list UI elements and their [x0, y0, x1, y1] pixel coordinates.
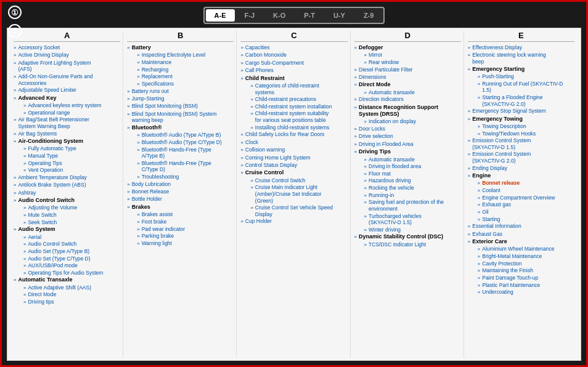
list-item[interactable]: »Running Out of Fuel (SKYACTIV-D1.5): [473, 81, 574, 94]
list-item[interactable]: »Emergency Stop Signal System: [468, 108, 574, 115]
list-item[interactable]: »Child-restraint system installation: [245, 103, 347, 110]
list-item[interactable]: »Brakes assist: [132, 211, 234, 218]
list-item[interactable]: »Body Lubrication: [127, 181, 234, 188]
list-item[interactable]: »Child-restraint precautions: [245, 96, 347, 103]
list-item[interactable]: »Clock: [240, 139, 347, 146]
list-item[interactable]: »Bluetooth® Audio (Type A/Type B): [132, 132, 234, 139]
list-item[interactable]: »Parking brake: [132, 233, 234, 240]
list-item[interactable]: »Dimensions: [354, 74, 461, 81]
list-item[interactable]: »Bluetooth® Hands-Free (TypeC/Type D): [132, 160, 234, 173]
list-item[interactable]: »Cruise Main Indicator Light(Amber)/Crui…: [245, 184, 347, 204]
list-item[interactable]: »Manual Type: [18, 153, 120, 159]
list-item[interactable]: »Mute Switch: [18, 212, 120, 219]
list-item[interactable]: »Adaptive Front Lighting System(AFS): [14, 60, 120, 73]
list-item[interactable]: »Seek Switch: [18, 219, 120, 226]
list-item[interactable]: »Air Bag/Seat Belt PretensionerSystem Wa…: [14, 116, 120, 129]
list-item[interactable]: »Coming Home Light System: [240, 155, 347, 161]
list-item[interactable]: »Ambient Temperature Display: [14, 174, 120, 181]
list-item[interactable]: »Audio Set (Type A/Type B): [18, 248, 120, 255]
list-item[interactable]: »Starting: [473, 216, 574, 223]
list-item[interactable]: »Indication on display: [359, 118, 461, 125]
list-item[interactable]: »Ending Display: [468, 165, 574, 172]
list-item[interactable]: »Fully Automatic Type: [18, 145, 120, 152]
list-item[interactable]: »Exhaust gas: [473, 201, 574, 208]
list-item[interactable]: »Installing child-restraint systems: [245, 124, 347, 131]
list-item[interactable]: »Door Locks: [354, 126, 461, 132]
list-item[interactable]: »Audio Set (Type C/Type D): [18, 256, 120, 262]
list-item[interactable]: »Floor mat: [359, 171, 461, 177]
list-item[interactable]: »TCS/DSC Indicator Light: [359, 241, 461, 248]
list-item[interactable]: »Categories of child-restraintsystems: [245, 83, 347, 95]
list-item[interactable]: »Cup Holder: [240, 218, 347, 225]
tab-z9[interactable]: Z-9: [355, 9, 383, 22]
list-item[interactable]: »Direction Indicators: [354, 96, 461, 103]
list-item[interactable]: »Adjustable Speed Limiter: [14, 87, 120, 94]
list-item[interactable]: »AUX/USB/iPod mode: [18, 262, 120, 269]
list-item[interactable]: »Aerial: [18, 234, 120, 241]
list-item[interactable]: »Vent Operation: [18, 167, 120, 174]
list-item[interactable]: »Automatic transaxle: [359, 89, 461, 96]
list-item[interactable]: »Turbocharged vehicles(SKYACTIV-D 1.5): [359, 213, 461, 226]
list-item[interactable]: »Emission Control System(SKYACTIV-D 1.5): [468, 137, 574, 150]
list-item[interactable]: »Specifications: [132, 81, 234, 87]
list-item[interactable]: »Bonnet Release: [127, 188, 234, 195]
list-item[interactable]: »Antilock Brake System (ABS): [14, 182, 120, 188]
list-item[interactable]: »Blind Spot Monitoring (BSM) Systemwarni…: [127, 111, 234, 124]
list-item[interactable]: »Oil: [473, 209, 574, 216]
list-item[interactable]: »Aluminium Wheel Maintenance: [473, 246, 574, 252]
list-item[interactable]: »Recharging: [132, 67, 234, 73]
list-item[interactable]: »Maintenance: [132, 59, 234, 66]
bonnet-release[interactable]: »Bonnet release: [473, 180, 574, 187]
list-item[interactable]: »Winter driving: [359, 227, 461, 233]
list-item[interactable]: »Battery runs out: [127, 88, 234, 95]
list-item[interactable]: »Cruise Control Set Vehicle SpeedDisplay: [245, 204, 347, 217]
list-item[interactable]: »Hazardous driving: [359, 177, 461, 184]
list-item[interactable]: »Engine Compartment Overview: [473, 195, 574, 201]
list-item[interactable]: »Control Status Display: [240, 162, 347, 169]
list-item[interactable]: »Inspecting Electrolyte Level: [132, 52, 234, 58]
list-item[interactable]: »Active Driving Display: [14, 52, 120, 58]
list-item[interactable]: »Exhaust Gas: [468, 231, 574, 238]
tab-ko[interactable]: K-O: [264, 9, 294, 22]
list-item[interactable]: »Operating Tips: [18, 160, 120, 167]
list-item[interactable]: »Replacement: [132, 73, 234, 80]
list-item[interactable]: »Collision warning: [240, 147, 347, 153]
list-item[interactable]: »Bluetooth® Audio (Type C/Type D): [132, 139, 234, 146]
list-item[interactable]: »Towing/Tiedown Hooks: [473, 131, 574, 137]
list-item[interactable]: »Add-On Non-Genuine Parts andAccessories: [14, 73, 120, 86]
list-item[interactable]: »Automatic transaxle: [359, 156, 461, 163]
list-item[interactable]: »Troubleshooting: [132, 174, 234, 180]
tab-ae[interactable]: A-E: [206, 9, 235, 22]
list-item[interactable]: »Operating Tips for Audio System: [18, 270, 120, 276]
list-item[interactable]: »Driving in flooded area: [359, 163, 461, 170]
list-item[interactable]: »Bottle Holder: [127, 196, 234, 203]
list-item[interactable]: »Driving in Flooded Area: [354, 141, 461, 148]
list-item[interactable]: »Child-restraint system suitabilityfor v…: [245, 110, 347, 123]
list-item[interactable]: »Essential Information: [468, 223, 574, 230]
list-item[interactable]: »Coolant: [473, 187, 574, 194]
list-item[interactable]: »Bright-Metal Maintenance: [473, 253, 574, 260]
list-item[interactable]: »Advanced keyless entry system: [18, 102, 120, 109]
list-item[interactable]: »Towing Description: [473, 123, 574, 130]
list-item[interactable]: »Bluetooth® Hands-Free (TypeA/Type B): [132, 147, 234, 159]
list-item[interactable]: »Rocking the vehicle: [359, 185, 461, 192]
list-item[interactable]: »Audio Control Switch: [18, 241, 120, 248]
list-item[interactable]: »Drive selection: [354, 133, 461, 140]
list-item[interactable]: »Jump-Starting: [127, 95, 234, 102]
list-item[interactable]: »Child Safety Locks for Rear Doors: [240, 131, 347, 138]
list-item[interactable]: »Active Adaptive Shift (AAS): [18, 284, 120, 291]
list-item[interactable]: »Emission Control System(SKYACTIV-G 2.0): [468, 151, 574, 164]
list-item[interactable]: »Foot brake: [132, 219, 234, 225]
list-item[interactable]: »Maintaining the Finish: [473, 267, 574, 274]
list-item[interactable]: »Saving fuel and protection of theenviro…: [359, 199, 461, 212]
list-item[interactable]: »Electronic steering lock warningbeep: [468, 52, 574, 65]
list-item[interactable]: »Ashtray: [14, 190, 120, 196]
list-item[interactable]: »Mirror: [359, 52, 461, 58]
tab-uy[interactable]: U-Y: [325, 9, 354, 22]
list-item[interactable]: »Effectiveness Display: [468, 44, 574, 51]
list-item[interactable]: »Cavity Protection: [473, 260, 574, 267]
list-item[interactable]: »Direct Mode: [18, 291, 120, 298]
list-item[interactable]: »Push-Starting: [473, 73, 574, 80]
list-item[interactable]: »Pad wear indicator: [132, 226, 234, 233]
list-item[interactable]: »Diesel Particulate Filter: [354, 67, 461, 73]
